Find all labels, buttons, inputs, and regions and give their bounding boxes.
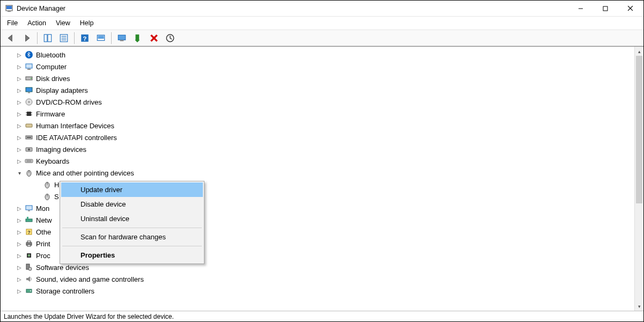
- expand-icon[interactable]: ▷: [16, 145, 23, 153]
- expand-icon[interactable]: ▷: [16, 240, 23, 247]
- collapse-icon[interactable]: ▾: [16, 169, 23, 177]
- app-icon: [5, 4, 13, 13]
- svg-point-31: [28, 101, 30, 103]
- expand-icon[interactable]: ▷: [16, 86, 23, 94]
- svg-text:?: ?: [27, 230, 31, 235]
- expand-icon[interactable]: ▷: [16, 122, 23, 129]
- back-button[interactable]: [3, 32, 18, 45]
- ide-icon: [24, 133, 34, 142]
- svg-rect-37: [26, 124, 32, 127]
- expand-icon[interactable]: ▷: [16, 287, 23, 295]
- tree-label: DVD/CD-ROM drives: [36, 98, 102, 106]
- tree-label: Disk drives: [36, 75, 70, 83]
- tree-node-bluetooth[interactable]: ▷ Bluetooth: [4, 49, 634, 61]
- expand-icon[interactable]: ▷: [16, 110, 23, 118]
- expand-icon[interactable]: ▷: [16, 216, 23, 224]
- scroll-down-button[interactable]: ▾: [635, 302, 643, 311]
- tree-label: Keyboards: [36, 157, 69, 165]
- expand-icon[interactable]: ▷: [16, 264, 23, 271]
- tree-node-ide[interactable]: ▷ IDE ATA/ATAPI controllers: [4, 131, 634, 143]
- expand-icon[interactable]: ▷: [16, 75, 23, 82]
- sound-icon: [24, 275, 34, 283]
- context-properties[interactable]: Properties: [61, 248, 203, 262]
- svg-point-63: [28, 267, 32, 270]
- svg-rect-2: [8, 11, 11, 12]
- tree-node-disk[interactable]: ▷ Disk drives: [4, 72, 634, 84]
- expand-icon[interactable]: ▷: [16, 228, 23, 236]
- uninstall-device-button[interactable]: [147, 32, 162, 45]
- menubar: File Action View Help: [1, 17, 643, 30]
- expand-icon[interactable]: ▷: [16, 63, 23, 70]
- context-update-driver[interactable]: Update driver: [61, 182, 203, 197]
- scroll-thumb[interactable]: [636, 56, 642, 203]
- tree-label: Mon: [36, 204, 49, 213]
- tree-node-imaging[interactable]: ▷ Imaging devices: [4, 143, 634, 155]
- tree-node-mice[interactable]: ▾ Mice and other pointing devices: [4, 167, 634, 179]
- disk-icon: [24, 74, 34, 83]
- storage-icon: [24, 287, 34, 295]
- tree-node-hid[interactable]: ▷ Human Interface Devices: [4, 120, 634, 131]
- tree-label: Proc: [36, 252, 50, 260]
- expand-icon[interactable]: ▷: [16, 275, 23, 283]
- tree-label: Netw: [36, 216, 52, 224]
- bluetooth-icon: [24, 50, 34, 59]
- statusbar: Launches the Update Driver Wizard for th…: [1, 311, 643, 321]
- properties-button[interactable]: [56, 32, 71, 45]
- expand-icon[interactable]: ▷: [16, 204, 23, 212]
- close-button[interactable]: [618, 1, 642, 17]
- context-uninstall-device[interactable]: Uninstall device: [61, 211, 203, 226]
- svg-rect-54: [27, 217, 28, 219]
- scroll-up-button[interactable]: ▴: [635, 47, 643, 56]
- svg-rect-24: [26, 64, 32, 68]
- scan-hardware-button[interactable]: [93, 32, 108, 45]
- tree-label: Firmware: [36, 110, 65, 118]
- svg-rect-17: [118, 35, 126, 40]
- tree-node-storage[interactable]: ▷ Storage controllers: [4, 285, 634, 297]
- window-controls: [568, 1, 642, 17]
- tree-label: Display adapters: [36, 86, 88, 94]
- vertical-scrollbar[interactable]: ▴ ▾: [634, 47, 643, 311]
- tree-node-display[interactable]: ▷ Display adapters: [4, 84, 634, 96]
- tree-node-keyboards[interactable]: ▷ Keyboards: [4, 155, 634, 167]
- update-driver-button[interactable]: [114, 32, 129, 45]
- chip-icon: [24, 109, 34, 118]
- forward-button[interactable]: [19, 32, 34, 45]
- tree-node-computer[interactable]: ▷ Computer: [4, 61, 634, 72]
- maximize-button[interactable]: [593, 1, 618, 17]
- menu-view[interactable]: View: [52, 18, 75, 28]
- svg-rect-18: [120, 40, 124, 41]
- svg-rect-59: [27, 245, 31, 246]
- help-button[interactable]: ?: [77, 32, 92, 45]
- expand-icon[interactable]: ▷: [16, 51, 23, 58]
- computer-icon: [24, 62, 34, 71]
- scroll-track[interactable]: [635, 56, 643, 302]
- expand-icon[interactable]: ▷: [16, 98, 23, 106]
- menu-file[interactable]: File: [3, 18, 22, 28]
- expand-icon[interactable]: ▷: [16, 134, 23, 141]
- printer-icon: [24, 239, 34, 248]
- show-hide-console-button[interactable]: [40, 32, 55, 45]
- tree-node-sound[interactable]: ▷ Sound, video and game controllers: [4, 273, 634, 285]
- hid-icon: [24, 121, 34, 130]
- tree-label: Computer: [36, 63, 67, 71]
- statusbar-text: Launches the Update Driver Wizard for th…: [4, 313, 174, 320]
- expand-icon[interactable]: ▷: [16, 157, 23, 165]
- tree-label: Imaging devices: [36, 145, 86, 153]
- menu-action[interactable]: Action: [23, 18, 50, 28]
- processor-icon: [24, 251, 34, 260]
- context-scan-hardware[interactable]: Scan for hardware changes: [61, 230, 203, 244]
- tree-node-firmware[interactable]: ▷ Firmware: [4, 108, 634, 120]
- menu-help[interactable]: Help: [76, 18, 98, 28]
- svg-rect-32: [27, 112, 31, 116]
- context-disable-device[interactable]: Disable device: [61, 197, 203, 211]
- mouse-icon: [24, 169, 34, 177]
- minimize-button[interactable]: [568, 1, 593, 17]
- expand-icon[interactable]: ▷: [16, 252, 23, 259]
- dvd-icon: [24, 98, 34, 106]
- enable-device-button[interactable]: [163, 32, 178, 45]
- device-tree[interactable]: ▷ Bluetooth ▷ Computer ▷ Disk drives ▷ D…: [1, 47, 634, 311]
- tree-label: Software devices: [36, 264, 89, 272]
- svg-rect-28: [26, 87, 32, 92]
- disable-device-button[interactable]: [130, 32, 145, 45]
- tree-node-dvd[interactable]: ▷ DVD/CD-ROM drives: [4, 96, 634, 108]
